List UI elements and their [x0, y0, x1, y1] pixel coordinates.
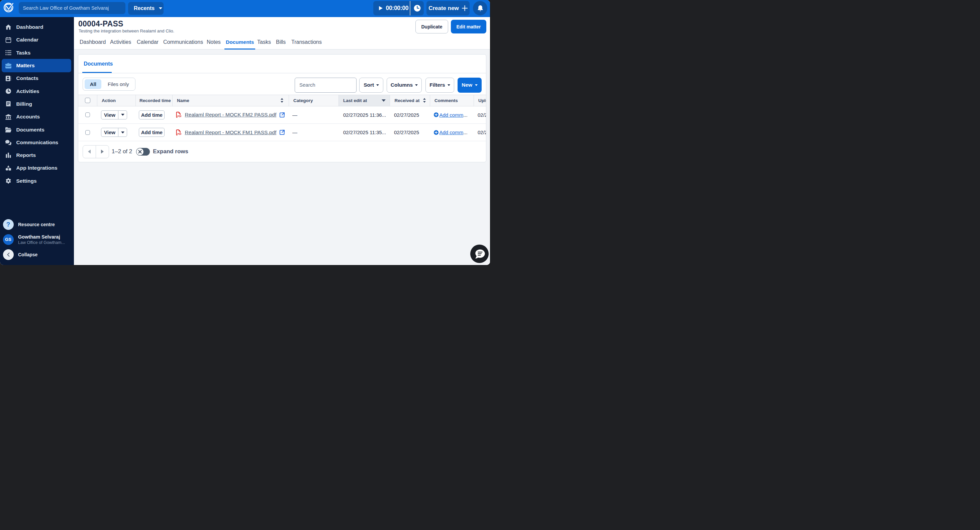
svg-text:PDF: PDF — [178, 115, 181, 118]
svg-text:PDF: PDF — [178, 133, 181, 135]
